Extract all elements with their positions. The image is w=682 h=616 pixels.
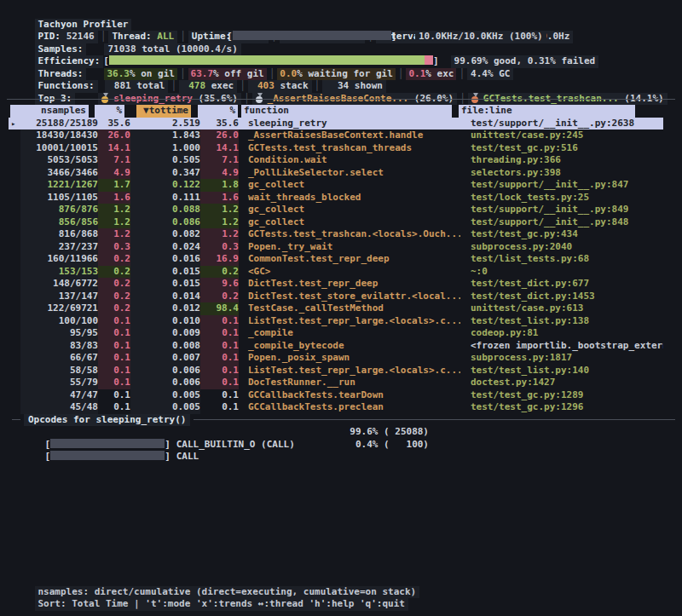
cell-nsamples: 816/868 xyxy=(20,228,98,241)
table-row[interactable]: 83/830.10.0080.1_compile_bytecode<frozen… xyxy=(9,340,663,353)
header-function[interactable]: function xyxy=(241,105,452,118)
table-row[interactable]: 856/8561.20.0861.2gc_collecttest/support… xyxy=(9,216,663,229)
table-row[interactable]: 66/670.10.0070.1Popen._posix_spawnsubpro… xyxy=(9,352,663,365)
cell-tottime: 0.122 xyxy=(130,179,200,192)
sort-and-keys: Sort: Total Time | 't':mode 'x':trends ↔… xyxy=(35,598,408,611)
cell-function: _PollLikeSelector.select xyxy=(239,167,460,180)
cell-tottime: 0.015 xyxy=(130,266,200,279)
table-row[interactable]: 153/1530.20.0150.2<GC>~:0 xyxy=(9,266,663,279)
cell-function: DictTest.test_store_evilattr.<local... xyxy=(239,291,460,303)
cell-function: _compile_bytecode xyxy=(239,340,460,353)
function-table-rows: ▸25188/2518935.62.51935.6sleeping_retryt… xyxy=(0,118,682,414)
opcode-row: []CALL 0.4% ( 100) xyxy=(0,439,682,452)
cell-nsamples: 148/6772 xyxy=(20,278,98,291)
table-row[interactable]: 18430/1843026.01.84326.0_AssertRaisesBas… xyxy=(9,130,663,142)
table-row[interactable]: 5053/50537.10.5057.1Condition.waitthread… xyxy=(9,154,663,167)
cell-pct-cumulative: 4.9 xyxy=(200,167,239,180)
samples-rate: 10.0KHz/10.0KHz (100%) xyxy=(415,31,546,43)
cell-file-line: test/test_gc.py:434 xyxy=(460,228,663,241)
table-row[interactable]: 45/480.10.0050.1GCCallbackTests.preclean… xyxy=(9,401,663,414)
cell-pct-direct: 1.7 xyxy=(98,179,130,192)
cell-nsamples: 153/153 xyxy=(20,266,98,279)
cell-file-line: test/lock_tests.py:25 xyxy=(460,192,663,204)
key-hints[interactable]: 't':mode 'x':trends ↔:thread 'h':help 'q… xyxy=(145,598,405,609)
cell-function: GCTests.test_trashcan_threads xyxy=(239,142,460,155)
cell-file-line: subprocess.py:1817 xyxy=(460,352,663,365)
table-header: nsamples%▼tottime%functionfile:line xyxy=(10,105,682,118)
cell-file-line: test/test_list.py:140 xyxy=(460,365,663,377)
table-row[interactable]: 122/697210.20.01298.4TestCase._callTestM… xyxy=(9,302,663,315)
cell-nsamples: 137/147 xyxy=(20,291,98,303)
table-row[interactable]: 876/8761.20.0881.2gc_collecttest/support… xyxy=(9,204,663,216)
cell-tottime: 0.005 xyxy=(130,389,200,402)
cell-function: Popen._try_wait xyxy=(239,241,460,254)
cell-pct-direct: 0.2 xyxy=(98,253,130,266)
table-row[interactable]: 160/119660.20.01616.9CommonTest.test_rep… xyxy=(9,253,663,266)
header-pct-direct[interactable]: % xyxy=(95,105,124,118)
cell-tottime: 0.111 xyxy=(130,192,200,204)
table-row[interactable]: 1105/11051.60.1111.6wait_threads_blocked… xyxy=(9,192,663,204)
cell-pct-direct: 0.2 xyxy=(98,266,130,279)
threads-line: Threads:36.3% on gil│63.7% off gil│0.0% … xyxy=(0,55,682,68)
cell-nsamples: 66/67 xyxy=(20,352,98,365)
cell-tottime: 0.016 xyxy=(130,253,200,266)
cell-nsamples: 58/58 xyxy=(20,365,98,377)
table-row[interactable]: 47/470.10.0050.1GCCallbackTests.tearDown… xyxy=(9,389,663,402)
cell-function: gc_collect xyxy=(239,204,460,216)
cell-pct-direct: 0.1 xyxy=(98,401,130,414)
cell-nsamples: 5053/5053 xyxy=(20,154,98,167)
header-file-line[interactable]: file:line xyxy=(459,105,635,118)
cell-pct-cumulative: 0.1 xyxy=(200,401,239,414)
cell-pct-cumulative: 0.1 xyxy=(200,365,239,377)
cell-function: Condition.wait xyxy=(239,154,460,167)
cell-tottime: 0.006 xyxy=(130,365,200,377)
table-row[interactable]: 95/950.10.0090.1_compilecodeop.py:81 xyxy=(9,327,663,340)
header-tottime-sorted[interactable]: ▼tottime xyxy=(136,105,191,118)
table-row[interactable]: 3466/34664.90.3474.9_PollLikeSelector.se… xyxy=(9,167,663,180)
table-row[interactable]: 100/1000.10.0100.1ListTest.test_repr_lar… xyxy=(9,315,663,328)
cell-pct-cumulative: 7.1 xyxy=(200,154,239,167)
cell-nsamples: 3466/3466 xyxy=(20,167,98,180)
cell-pct-cumulative: 9.6 xyxy=(200,278,239,291)
cell-file-line: ~:0 xyxy=(460,266,663,279)
cell-tottime: 0.015 xyxy=(130,278,200,291)
cell-pct-direct: 0.1 xyxy=(98,340,130,353)
cell-pct-cumulative: 0.2 xyxy=(200,266,239,279)
opcode-row: []CALL_BUILTIN_O (CALL) 99.6% ( 25088) xyxy=(0,426,682,439)
table-row[interactable]: 816/8681.20.0821.2GCTests.test_trashcan.… xyxy=(9,228,663,241)
cell-tottime: 0.014 xyxy=(130,291,200,303)
cell-file-line: <frozen importlib._bootstrap_externa xyxy=(460,340,663,353)
sort-mode[interactable]: Sort: Total Time xyxy=(38,598,129,609)
cell-pct-direct: 1.2 xyxy=(98,216,130,229)
cell-file-line: selectors.py:398 xyxy=(460,167,663,180)
table-row[interactable]: 1221/12671.70.1221.8gc_collecttest/suppo… xyxy=(9,179,663,192)
cell-file-line: test/test_gc.py:1289 xyxy=(460,389,663,402)
header-pct-cumulative[interactable]: % xyxy=(198,105,238,118)
table-row[interactable]: 237/2370.30.0240.3Popen._try_waitsubproc… xyxy=(9,241,663,254)
opcode-stats: 99.6% ( 25088) xyxy=(337,426,429,439)
cell-function: Popen._posix_spawn xyxy=(239,352,460,365)
cell-pct-direct: 1.2 xyxy=(98,204,130,216)
cell-nsamples: 25188/25189 xyxy=(20,118,98,130)
table-row[interactable]: 10001/1001514.11.00014.1GCTests.test_tra… xyxy=(9,142,663,155)
cell-pct-cumulative: 0.1 xyxy=(200,340,239,353)
table-row[interactable]: ▸25188/2518935.62.51935.6sleeping_retryt… xyxy=(9,118,663,130)
cell-file-line: doctest.py:1427 xyxy=(460,377,663,389)
table-top-separator xyxy=(0,93,682,106)
samples-bar: [] xyxy=(227,31,396,43)
cell-tottime: 0.009 xyxy=(130,327,200,340)
cell-pct-direct: 0.2 xyxy=(98,291,130,303)
cell-pct-cumulative: 0.1 xyxy=(200,315,239,328)
table-row[interactable]: 148/67720.20.0159.6DictTest.test_repr_de… xyxy=(9,278,663,291)
legend-line: nsamples: direct/cumulative (direct=exec… xyxy=(0,573,682,586)
cell-file-line: unittest/case.py:245 xyxy=(460,130,663,142)
table-row[interactable]: 55/790.10.0060.1DocTestRunner.__rundocte… xyxy=(9,377,663,389)
cell-tottime: 0.082 xyxy=(130,228,200,241)
blank-area xyxy=(0,451,682,573)
cell-pct-cumulative: 1.2 xyxy=(200,204,239,216)
cell-pct-direct: 0.2 xyxy=(98,278,130,291)
cell-pct-direct: 26.0 xyxy=(98,130,130,142)
cell-function: DictTest.test_repr_deep xyxy=(239,278,460,291)
table-row[interactable]: 137/1470.20.0140.2DictTest.test_store_ev… xyxy=(9,291,663,303)
table-row[interactable]: 58/580.10.0060.1ListTest.test_repr_large… xyxy=(9,365,663,377)
